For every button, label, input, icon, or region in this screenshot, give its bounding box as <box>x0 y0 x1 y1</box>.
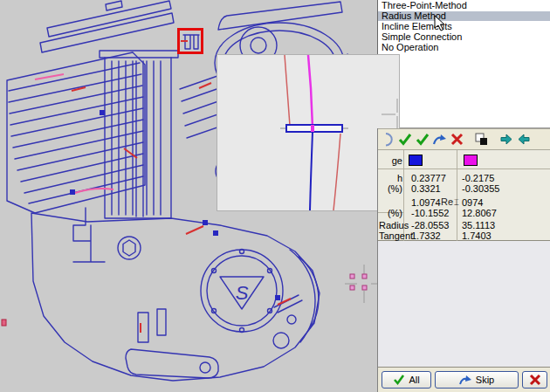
delete-x-icon[interactable] <box>450 132 464 147</box>
method-listbox[interactable]: Three-Point-Method Radius Method Incline… <box>377 0 550 128</box>
inset-red-curve-top <box>285 55 290 126</box>
skip-button[interactable]: Skip <box>435 371 519 389</box>
method-item-three-point[interactable]: Three-Point-Method <box>378 1 550 10</box>
method-item-incline[interactable]: Incline Elements <box>378 22 550 31</box>
table-value: 12.8067 <box>462 208 497 218</box>
table-value: 1.7403 <box>462 230 492 241</box>
all-button[interactable]: All <box>382 371 431 389</box>
zoom-inset-window <box>217 54 400 211</box>
table-value: -0.2175 <box>462 173 494 183</box>
accept-check-icon[interactable] <box>397 132 412 147</box>
inset-crosshair <box>382 99 397 130</box>
accept-all-check-icon[interactable] <box>415 132 430 147</box>
table-value: -28.0553 <box>411 220 449 230</box>
action-bar: All Skip <box>378 367 550 392</box>
method-item-nooperation[interactable]: No Operation <box>378 43 550 52</box>
method-item-simple[interactable]: Simple Connection <box>378 32 550 42</box>
table-value: 1.7332 <box>411 230 441 241</box>
repair-overlay-text: Re⌶ <box>441 196 459 208</box>
swap-colors-icon[interactable] <box>474 132 489 147</box>
table-label-pct1: (%) <box>378 183 402 194</box>
table-value: -0.30355 <box>462 183 499 194</box>
cancel-x-icon <box>529 374 541 386</box>
element1-color-swatch <box>409 155 423 166</box>
skip-curve-arrow-icon[interactable] <box>432 132 447 147</box>
step-back-icon[interactable] <box>516 132 531 147</box>
inset-blue-curve-bottom <box>310 132 313 210</box>
snap-crosshair <box>345 265 377 303</box>
table-value: 35.1113 <box>462 220 495 230</box>
table-label-ge: ge <box>378 155 402 166</box>
half-circle-icon[interactable] <box>380 132 395 147</box>
table-label-h: h <box>378 173 402 183</box>
zoom-inset-drawing <box>217 55 399 210</box>
skip-arrow-icon <box>459 375 472 386</box>
element2-color-swatch <box>464 155 478 166</box>
table-label-radius: Radius <box>379 220 409 230</box>
cancel-button[interactable] <box>522 371 547 389</box>
table-label-pct2: (%) <box>378 208 402 218</box>
review-toolbar <box>378 128 550 150</box>
comparison-table: ge h 0.23777 -0.2175 (%) 0.3321 -0.30355… <box>378 150 550 241</box>
inset-red-curve-bottom <box>333 134 340 210</box>
inset-magenta-curve <box>308 55 313 127</box>
red-node-marker <box>2 320 6 326</box>
engine-logo-letter: S <box>236 282 249 304</box>
table-label-tangent: Tangent <box>379 230 413 241</box>
mouse-cursor-icon <box>434 15 445 31</box>
inset-junction-node <box>311 125 314 132</box>
step-forward-icon[interactable] <box>498 132 513 147</box>
skip-button-label: Skip <box>476 375 494 385</box>
method-item-radius[interactable]: Radius Method <box>378 11 550 21</box>
table-value: -10.1552 <box>411 208 449 218</box>
all-button-label: All <box>409 375 419 385</box>
table-value: 1.0974 <box>411 197 441 208</box>
panel-lower-section: ge h 0.23777 -0.2175 (%) 0.3321 -0.30355… <box>377 128 550 392</box>
right-panel: Three-Point-Method Radius Method Incline… <box>377 0 550 392</box>
ibeam-cursor-icon: ⌶ <box>454 197 458 208</box>
table-value: 0974 <box>462 197 483 208</box>
selection-highlight-box <box>177 28 203 54</box>
table-value: 0.3321 <box>411 183 441 194</box>
all-check-icon <box>393 374 405 386</box>
table-value: 0.23777 <box>411 173 446 183</box>
